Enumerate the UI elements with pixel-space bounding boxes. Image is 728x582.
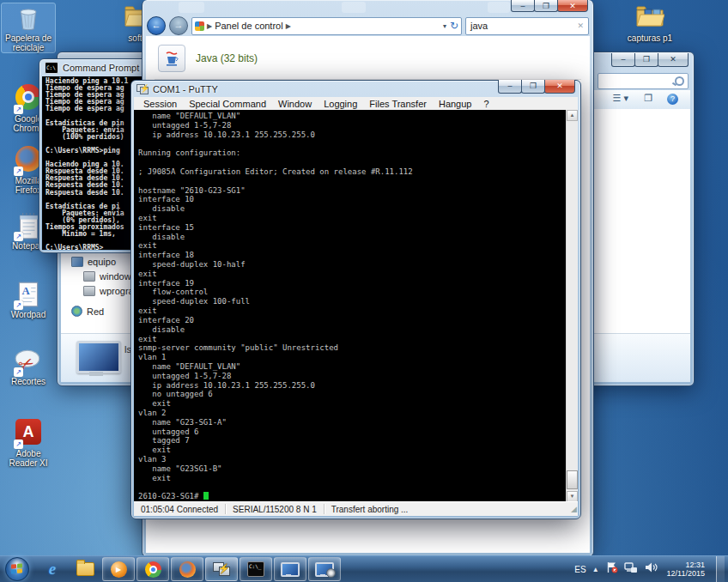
address-dropdown-icon[interactable]: ▾ xyxy=(443,22,446,30)
screen: { "desktop": { "icons": { "recycle_bin":… xyxy=(0,0,728,582)
desktop-icon-recycle-bin[interactable]: Papelera de reciclaje xyxy=(2,3,55,52)
firefox-icon xyxy=(179,561,196,578)
desktop-icon-label: Papelera de reciclaje xyxy=(2,33,55,52)
taskbar-cmd[interactable]: C:\_ xyxy=(240,557,272,581)
taskbar-explorer[interactable] xyxy=(70,558,100,580)
desktop-icon-capturas-folder[interactable]: capturas p1 xyxy=(620,3,680,43)
java-result-item[interactable]: Java (32 bits) xyxy=(158,45,590,72)
menu-item[interactable]: Hangup xyxy=(433,98,478,110)
shortcut-arrow-icon: ↗ xyxy=(14,232,23,241)
scrollbar-thumb[interactable] xyxy=(567,470,578,489)
maximize-button[interactable]: ❐ xyxy=(521,80,545,94)
terminal-line: no untagged 6 xyxy=(138,390,564,399)
status-connected: 01:05:04 Connected xyxy=(134,505,225,514)
taskbar-ie[interactable]: e xyxy=(37,558,68,580)
forward-button[interactable]: → xyxy=(169,16,188,35)
menu-item[interactable]: Special Command xyxy=(183,98,272,110)
close-button[interactable]: ✕ xyxy=(557,0,588,12)
volume-icon[interactable] xyxy=(644,561,658,577)
breadcrumb-arrow-icon: ▶ xyxy=(286,22,291,30)
menu-item[interactable]: Logging xyxy=(318,98,363,110)
terminal-line: disable xyxy=(138,204,564,214)
chrome-icon xyxy=(145,561,161,578)
preview-pane-button[interactable]: ❐ xyxy=(644,93,652,104)
search-input[interactable]: java ✕ xyxy=(465,17,589,35)
folder-icon xyxy=(76,562,94,576)
terminal-line: exit xyxy=(138,270,564,279)
taskbar-firefox[interactable] xyxy=(171,557,203,581)
drive-icon xyxy=(83,286,95,296)
computer-icon xyxy=(281,562,300,577)
hidden-icons-chevron[interactable]: ▲ xyxy=(592,566,599,573)
scroll-up-icon[interactable]: ▲ xyxy=(567,110,578,121)
desktop-icon-adobe-reader[interactable]: A ↗ Adobe Reader XI xyxy=(2,417,55,468)
cp-titlebar[interactable]: – ❐ ✕ xyxy=(143,0,593,15)
terminal-line: exit xyxy=(138,474,564,483)
terminal-line: exit xyxy=(138,214,564,223)
address-field[interactable]: ▶ Panel de control ▶ ▾ ↻ xyxy=(191,17,462,35)
maximize-button[interactable]: ❐ xyxy=(634,53,658,67)
putty-titlebar[interactable]: ⚡ COM1 - PuTTY – ❐ ✕ xyxy=(131,81,580,97)
terminal-line xyxy=(138,158,564,167)
refresh-icon[interactable]: ↻ xyxy=(450,20,458,32)
taskbar-system-tool[interactable] xyxy=(308,557,341,581)
clock[interactable]: 12:31 12/11/2015 xyxy=(667,561,705,578)
windows-flag-icon xyxy=(11,563,22,573)
terminal-prompt: 2610-G23-SG1# xyxy=(138,492,203,500)
shortcut-arrow-icon: ↗ xyxy=(14,105,23,114)
network-icon[interactable] xyxy=(624,561,638,577)
terminal-line: disable xyxy=(138,233,564,242)
taskbar-putty[interactable]: ⚡ xyxy=(205,557,238,581)
minimize-button[interactable]: – xyxy=(611,53,635,67)
show-desktop-button[interactable] xyxy=(716,556,725,582)
taskbar-chrome[interactable] xyxy=(136,557,169,581)
putty-terminal[interactable]: name "DEFAULT_VLAN" untagged 1-5,7-28 ip… xyxy=(134,110,578,502)
cmd-icon: C:\_ xyxy=(247,561,264,577)
desktop-icon-wordpad[interactable]: A ↗ Wordpad xyxy=(2,280,55,319)
desktop-icon-recortes[interactable]: ✂ ↗ Recortes xyxy=(2,347,55,386)
putty-window[interactable]: ⚡ COM1 - PuTTY – ❐ ✕ SessionSpecial Comm… xyxy=(130,80,581,519)
explorer-search-input[interactable] xyxy=(598,73,689,89)
menu-item[interactable]: ? xyxy=(477,98,494,110)
menu-item[interactable]: Files Transfer xyxy=(363,98,433,110)
desktop-icon-label: capturas p1 xyxy=(620,33,680,43)
terminal-line: interface 18 xyxy=(138,251,564,260)
maximize-button[interactable]: ❐ xyxy=(534,0,558,12)
clock-date: 12/11/2015 xyxy=(667,569,705,578)
help-icon: ? xyxy=(667,94,678,105)
terminal-cursor xyxy=(203,492,209,500)
wordpad-icon: A ↗ xyxy=(14,280,43,309)
minimize-button[interactable]: – xyxy=(498,80,522,94)
terminal-line: untagged 1-5,7-28 xyxy=(138,121,564,130)
resize-grip[interactable]: ◢ xyxy=(571,505,576,513)
computer-large-icon xyxy=(76,341,121,373)
taskbar-media-player[interactable]: ▶ xyxy=(102,557,135,581)
help-button[interactable]: ? xyxy=(667,93,678,105)
putty-title: COM1 - PuTTY xyxy=(153,84,218,94)
minimize-button[interactable]: – xyxy=(511,0,535,12)
menu-item[interactable]: Window xyxy=(272,98,318,110)
close-button[interactable]: ✕ xyxy=(658,53,689,67)
clock-time: 12:31 xyxy=(667,561,705,569)
terminal-line: snmp-server community "public" Unrestric… xyxy=(138,343,564,353)
back-button[interactable]: ← xyxy=(147,16,166,35)
close-button[interactable]: ✕ xyxy=(544,80,575,94)
desktop-icon-label: Adobe Reader XI xyxy=(2,449,55,468)
menu-item[interactable]: Session xyxy=(137,98,183,110)
terminal-line: vlan 3 xyxy=(138,455,564,464)
action-center-icon[interactable] xyxy=(605,561,618,577)
breadcrumb[interactable]: Panel de control xyxy=(215,21,283,31)
clear-search-icon[interactable]: ✕ xyxy=(577,21,584,30)
shortcut-arrow-icon: ↗ xyxy=(14,440,23,449)
terminal-line: interface 20 xyxy=(138,316,564,325)
start-button[interactable] xyxy=(5,557,29,581)
cp-caption-buttons: – ❐ ✕ xyxy=(512,0,588,12)
taskbar-computer[interactable] xyxy=(274,557,306,581)
java-result-label[interactable]: Java (32 bits) xyxy=(196,52,258,64)
control-panel-icon xyxy=(195,21,204,31)
terminal-scrollbar[interactable]: ▲ ▼ xyxy=(566,110,578,502)
putty-caption-buttons: – ❐ ✕ xyxy=(499,80,575,94)
views-button[interactable]: ☰ ▾ xyxy=(613,93,628,104)
language-indicator[interactable]: ES xyxy=(574,565,585,574)
terminal-line: untagged 6 xyxy=(138,427,564,437)
